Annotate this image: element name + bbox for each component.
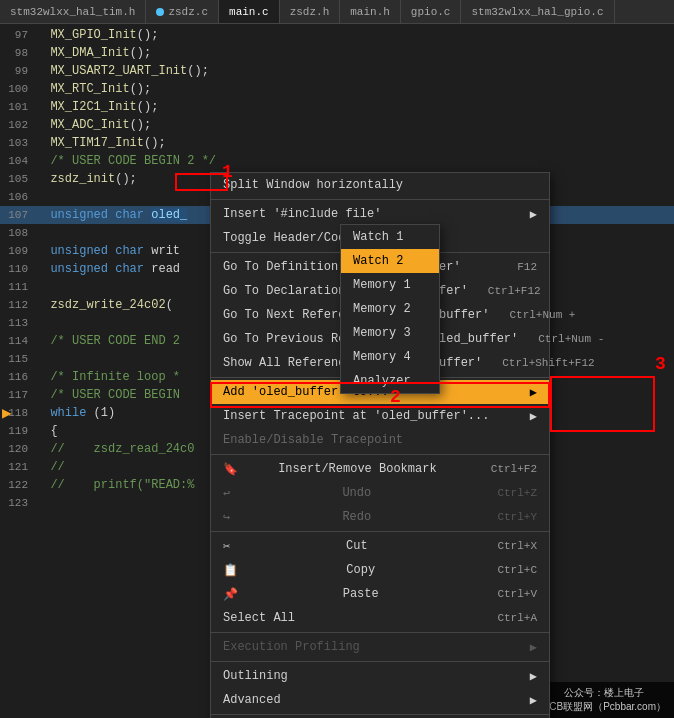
code-line: 102 MX_ADC_Init(); xyxy=(0,116,674,134)
menu-item-paste[interactable]: 📌PasteCtrl+V xyxy=(211,582,549,606)
menu-item-bookmark[interactable]: 🔖Insert/Remove BookmarkCtrl+F2 xyxy=(211,457,549,481)
menu-item-redo: ↪RedoCtrl+Y xyxy=(211,505,549,529)
watermark: 公众号：楼上电子PCB联盟网（Pcbbar.com） xyxy=(535,682,674,718)
tab-label: stm32wlxx_hal_gpio.c xyxy=(471,6,603,18)
tab-gpio-c[interactable]: gpio.c xyxy=(401,0,462,23)
code-line: 101 MX_I2C1_Init(); xyxy=(0,98,674,116)
code-line: 99 MX_USART2_UART_Init(); xyxy=(0,62,674,80)
submenu-item-memory2[interactable]: Memory 2 xyxy=(341,297,439,321)
menu-item-insert-tracepoint[interactable]: Insert Tracepoint at 'oled_buffer'...▶ xyxy=(211,404,549,428)
submenu-item-watch2[interactable]: Watch 2 xyxy=(341,249,439,273)
tab-zsdz-h[interactable]: zsdz.h xyxy=(280,0,341,23)
submenu-item-memory1[interactable]: Memory 1 xyxy=(341,273,439,297)
code-area: 97 MX_GPIO_Init(); 98 MX_DMA_Init(); 99 … xyxy=(0,24,674,718)
submenu-item-watch1[interactable]: Watch 1 xyxy=(341,225,439,249)
tab-label: zsdz.h xyxy=(290,6,330,18)
menu-item-cut[interactable]: ✂CutCtrl+X xyxy=(211,534,549,558)
tab-label: gpio.c xyxy=(411,6,451,18)
arrow-indicator: ▶ xyxy=(2,403,12,423)
tab-label: zsdz.c xyxy=(168,6,208,18)
tab-main-c[interactable]: main.c xyxy=(219,0,280,23)
code-line: 103 MX_TIM17_Init(); xyxy=(0,134,674,152)
tab-label: main.h xyxy=(350,6,390,18)
menu-item-enable-tracepoint: Enable/Disable Tracepoint xyxy=(211,428,549,452)
tab-label: stm32wlxx_hal_tim.h xyxy=(10,6,135,18)
tab-dot-blue xyxy=(156,8,164,16)
menu-item-copy[interactable]: 📋CopyCtrl+C xyxy=(211,558,549,582)
menu-item-insert-include[interactable]: Insert '#include file'▶ xyxy=(211,202,549,226)
menu-item-split-window[interactable]: Split Window horizontally xyxy=(211,173,549,197)
menu-item-undo: ↩UndoCtrl+Z xyxy=(211,481,549,505)
tab-bar: stm32wlxx_hal_tim.h zsdz.c main.c zsdz.h… xyxy=(0,0,674,24)
submenu: Watch 1 Watch 2 Memory 1 Memory 2 Memory… xyxy=(340,224,440,394)
tab-stm32wlxx-hal-gpio[interactable]: stm32wlxx_hal_gpio.c xyxy=(461,0,614,23)
tab-stm32wlxx-hal-tim[interactable]: stm32wlxx_hal_tim.h xyxy=(0,0,146,23)
menu-item-advanced[interactable]: Advanced▶ xyxy=(211,688,549,712)
menu-item-select-all[interactable]: Select AllCtrl+A xyxy=(211,606,549,630)
menu-item-exec-profiling: Execution Profiling▶ xyxy=(211,635,549,659)
code-line: 104 /* USER CODE BEGIN 2 */ xyxy=(0,152,674,170)
code-line: 97 MX_GPIO_Init(); xyxy=(0,26,674,44)
code-line: 98 MX_DMA_Init(); xyxy=(0,44,674,62)
tab-zsdz-c[interactable]: zsdz.c xyxy=(146,0,219,23)
submenu-item-memory4[interactable]: Memory 4 xyxy=(341,345,439,369)
code-line: 100 MX_RTC_Init(); xyxy=(0,80,674,98)
submenu-item-memory3[interactable]: Memory 3 xyxy=(341,321,439,345)
submenu-item-analyzer[interactable]: Analyzer xyxy=(341,369,439,393)
tab-main-h[interactable]: main.h xyxy=(340,0,401,23)
menu-item-outlining[interactable]: Outlining▶ xyxy=(211,664,549,688)
tab-label: main.c xyxy=(229,6,269,18)
